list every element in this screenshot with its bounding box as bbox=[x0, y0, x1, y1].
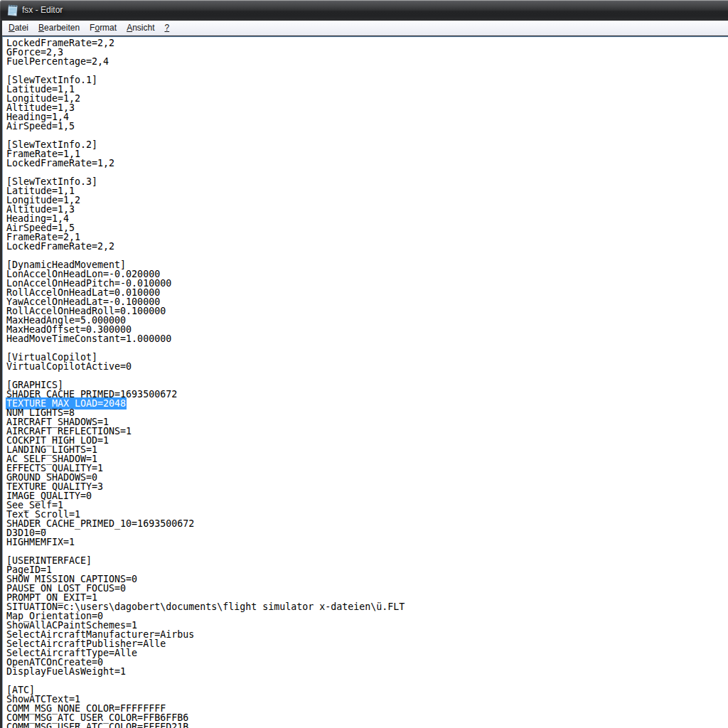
editor-line: [USERINTERFACE] bbox=[6, 556, 728, 565]
editor-line: Altitude=1,3 bbox=[6, 205, 728, 214]
editor-line: SHADER_CACHE_PRIMED_10=1693500672 bbox=[6, 519, 728, 528]
editor-line: LockedFrameRate=2,2 bbox=[6, 242, 728, 251]
editor-line: See_Self=1 bbox=[6, 500, 728, 510]
editor-line: COMM_MSG_USER_ATC_COLOR=FFFED21B bbox=[6, 722, 728, 728]
title-bar[interactable]: fsx - Editor bbox=[0, 0, 728, 21]
editor-line: SITUATION=c:\users\dagobert\documents\fl… bbox=[6, 602, 728, 611]
editor-line: Altitude=1,3 bbox=[6, 103, 728, 112]
editor-line: IMAGE_QUALITY=0 bbox=[6, 491, 728, 500]
notepad-icon bbox=[6, 4, 19, 17]
editor-line: TEXTURE_QUALITY=3 bbox=[6, 482, 728, 491]
file-content: LockedFrameRate=2,2GForce=2,3FuelPercent… bbox=[3, 37, 728, 728]
editor-line: AirSpeed=1,5 bbox=[6, 223, 728, 232]
editor-line: Latitude=1,1 bbox=[6, 186, 728, 196]
menu-bar: DateiBearbeitenFormatAnsicht? bbox=[2, 21, 728, 36]
window-title: fsx - Editor bbox=[22, 0, 63, 21]
editor-line: [ATC] bbox=[6, 685, 728, 695]
editor-line bbox=[6, 676, 728, 685]
editor-line bbox=[6, 547, 728, 556]
menu-item-bearbeiten[interactable]: Bearbeiten bbox=[33, 21, 85, 35]
editor-line: LockedFrameRate=2,2 bbox=[6, 38, 728, 48]
editor-line: HIGHMEMFIX=1 bbox=[6, 537, 728, 547]
editor-line: Longitude=1,2 bbox=[6, 94, 728, 103]
editor-line bbox=[6, 168, 728, 177]
editor-line: EFFECTS_QUALITY=1 bbox=[6, 464, 728, 473]
editor-line bbox=[6, 131, 728, 140]
notepad-window: fsx - Editor DateiBearbeitenFormatAnsich… bbox=[0, 0, 728, 728]
editor-line: FrameRate=2,1 bbox=[6, 232, 728, 242]
editor-line: SelectAircraftType=Alle bbox=[6, 648, 728, 658]
menu-item-help[interactable]: ? bbox=[160, 21, 175, 35]
editor-line: AirSpeed=1,5 bbox=[6, 122, 728, 131]
menu-item-format[interactable]: Format bbox=[85, 21, 122, 35]
editor-line: LANDING_LIGHTS=1 bbox=[6, 445, 728, 454]
editor-line: Longitude=1,2 bbox=[6, 196, 728, 205]
menu-item-datei[interactable]: Datei bbox=[4, 21, 33, 35]
text-editor-area[interactable]: LockedFrameRate=2,2GForce=2,3FuelPercent… bbox=[2, 36, 728, 728]
editor-line: GROUND_SHADOWS=0 bbox=[6, 473, 728, 482]
editor-line: PAUSE_ON_LOST_FOCUS=0 bbox=[6, 584, 728, 593]
editor-line: TEXTURE_MAX_LOAD=2048 bbox=[6, 399, 728, 408]
menu-item-ansicht[interactable]: Ansicht bbox=[122, 21, 159, 35]
editor-line: VirtualCopilotActive=0 bbox=[6, 362, 728, 371]
editor-line: FuelPercentage=2,4 bbox=[6, 57, 728, 66]
editor-line: DisplayFuelAsWeight=1 bbox=[6, 667, 728, 676]
editor-line: LockedFrameRate=1,2 bbox=[6, 159, 728, 168]
editor-line: [SlewTextInfo.2] bbox=[6, 140, 728, 149]
editor-line: Heading=1,4 bbox=[6, 214, 728, 223]
editor-line: [SlewTextInfo.3] bbox=[6, 177, 728, 186]
editor-line: Heading=1,4 bbox=[6, 112, 728, 122]
editor-line bbox=[6, 66, 728, 75]
editor-line bbox=[6, 343, 728, 353]
editor-line: NUM_LIGHTS=8 bbox=[6, 408, 728, 417]
editor-line: COCKPIT_HIGH_LOD=1 bbox=[6, 436, 728, 445]
editor-line: FrameRate=1,1 bbox=[6, 149, 728, 159]
editor-line: GForce=2,3 bbox=[6, 48, 728, 57]
editor-line: [SlewTextInfo.1] bbox=[6, 75, 728, 85]
editor-line bbox=[6, 371, 728, 380]
editor-line: D3D10=0 bbox=[6, 528, 728, 537]
editor-line: AIRCRAFT_REFLECTIONS=1 bbox=[6, 427, 728, 436]
editor-line: HeadMoveTimeConstant=1.000000 bbox=[6, 334, 728, 343]
editor-line: AC_SELF_SHADOW=1 bbox=[6, 454, 728, 464]
editor-line: Latitude=1,1 bbox=[6, 85, 728, 94]
